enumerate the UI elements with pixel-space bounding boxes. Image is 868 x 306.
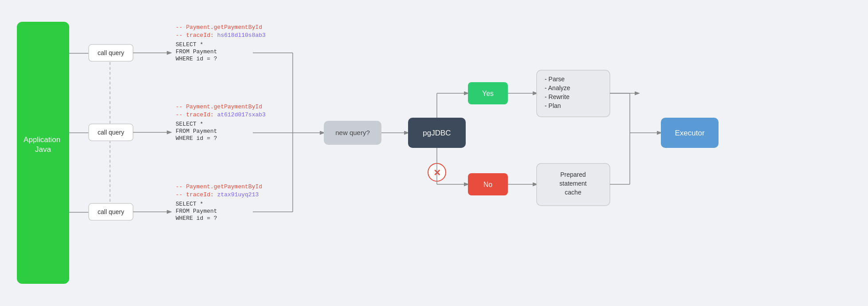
sql-q1-line1: SELECT * xyxy=(176,41,203,48)
diagram: Application Java call query -- Payment.g… xyxy=(0,0,868,306)
sql-q3-line2: FROM Payment xyxy=(176,208,217,215)
pgjdbc-label: pgJDBC xyxy=(423,129,451,137)
sql-q3-line1: SELECT * xyxy=(176,201,203,207)
trace-value-q3: ztax91uyq213 xyxy=(217,191,259,198)
sql-q1-line3: WHERE id = ? xyxy=(176,56,217,62)
parse-item-3: - Rewrite xyxy=(545,93,570,100)
call-query-label-3: call query xyxy=(98,208,124,215)
sql-q1-line2: FROM Payment xyxy=(176,48,217,55)
parse-item-2: - Analyze xyxy=(545,84,570,91)
sql-q2-line1: SELECT * xyxy=(176,121,203,127)
trace-key-q2: -- traceId: at612d017sxab3 xyxy=(176,111,266,118)
comment-q2: -- Payment.getPaymentById xyxy=(176,103,262,110)
executor-label: Executor xyxy=(675,129,704,137)
trace-key-q1: -- traceId: hs618dl10s8ab3 xyxy=(176,32,266,39)
comment-q1: -- Payment.getPaymentById xyxy=(176,24,262,31)
call-query-label-2: call query xyxy=(98,129,124,136)
no-label: No xyxy=(483,181,493,188)
sql-q3-line3: WHERE id = ? xyxy=(176,215,217,222)
parse-item-1: - Parse xyxy=(545,76,565,83)
sql-q2-line3: WHERE id = ? xyxy=(176,135,217,142)
new-query-label: new query? xyxy=(335,129,370,136)
trace-key-q3: -- traceId: ztax91uyq213 xyxy=(176,191,259,198)
prepared-cache-label-3: cache xyxy=(565,189,581,196)
prepared-cache-label-1: Prepared xyxy=(560,171,586,178)
prepared-cache-label-2: statement xyxy=(559,180,587,187)
trace-value-q2: at612d017sxab3 xyxy=(217,111,266,118)
trace-value-q1: hs618dl10s8ab3 xyxy=(217,32,266,39)
sql-q2-line2: FROM Payment xyxy=(176,128,217,135)
call-query-label-1: call query xyxy=(98,49,124,56)
parse-item-4: - Plan xyxy=(545,102,561,109)
comment-q3: -- Payment.getPaymentById xyxy=(176,183,262,190)
yes-label: Yes xyxy=(482,90,494,97)
